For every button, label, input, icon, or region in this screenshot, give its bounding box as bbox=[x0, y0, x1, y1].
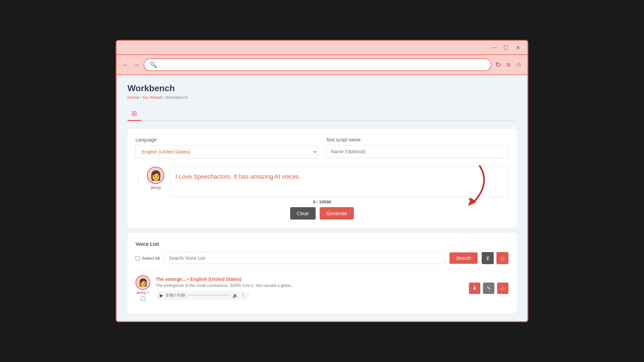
char-count: 0 bbox=[313, 199, 315, 204]
page-title: Workbench bbox=[127, 83, 517, 94]
form-section: Language: English (United States) Text s… bbox=[127, 129, 517, 228]
select-all-checkbox[interactable] bbox=[136, 256, 140, 260]
browser-window: — ☐ ✕ ← → 🔍 ↻ ≡ ☆ Workbench Home / Go Ah… bbox=[116, 40, 528, 322]
voice-item-desc: The emergence of the novel coronavirus, … bbox=[156, 283, 464, 288]
edit-icon: ✎ bbox=[487, 285, 491, 291]
char-counter: 0 / 10000 bbox=[313, 199, 331, 204]
avatar: 👩 bbox=[147, 167, 164, 184]
voice-item-avatar-circle: 👩 bbox=[136, 275, 150, 290]
select-all-text: Select All bbox=[142, 256, 160, 261]
play-button[interactable]: ▶ bbox=[160, 293, 163, 298]
search-button[interactable]: Search bbox=[449, 252, 478, 264]
voice-list-right-buttons: ⊻ ◇ bbox=[482, 252, 508, 264]
delete-button[interactable]: ◇ bbox=[497, 283, 508, 294]
back-button[interactable]: ← bbox=[122, 61, 129, 69]
tab-grid-icon[interactable]: ⊞ bbox=[127, 107, 141, 121]
filter-icon: ⊻ bbox=[486, 255, 490, 261]
minimize-button[interactable]: — bbox=[490, 44, 498, 52]
nav-bar: ← → 🔍 ↻ ≡ ☆ bbox=[117, 55, 527, 75]
search-input[interactable] bbox=[160, 62, 485, 68]
close-button[interactable]: ✕ bbox=[514, 44, 522, 52]
char-max: 10000 bbox=[319, 199, 331, 204]
voice-list-item: 👩 Jenny + The emerge... • English (Unite… bbox=[136, 271, 508, 305]
voice-list-title: Voice List bbox=[136, 241, 508, 247]
menu-button[interactable]: ≡ bbox=[506, 61, 511, 69]
clear-button[interactable]: Clear bbox=[290, 207, 316, 220]
language-group: Language: English (United States) bbox=[136, 137, 318, 159]
breadcrumb-goahead[interactable]: Go Ahead bbox=[143, 95, 162, 100]
edit-button[interactable]: ✎ bbox=[483, 283, 494, 294]
delete-all-button[interactable]: ◇ bbox=[496, 252, 508, 264]
drag-handle[interactable]: ⋮ bbox=[136, 177, 142, 184]
script-name-group: Text script name: bbox=[326, 137, 508, 158]
reload-button[interactable]: ↻ bbox=[495, 61, 501, 69]
delete-icon: ◇ bbox=[500, 255, 504, 261]
breadcrumb-current: Workbench bbox=[166, 95, 188, 100]
form-row-top: Language: English (United States) Text s… bbox=[136, 137, 508, 159]
jenny-icon: 👩 bbox=[150, 170, 162, 181]
select-all-label[interactable]: Select All bbox=[136, 256, 160, 261]
voice-item-actions: ⬇ ✎ ◇ bbox=[469, 283, 508, 294]
volume-icon[interactable]: 🔉 bbox=[232, 293, 238, 298]
script-name-label: Text script name: bbox=[326, 137, 508, 142]
language-label: Language: bbox=[136, 137, 318, 142]
voice-item-info: The emerge... • English (United States) … bbox=[156, 277, 464, 300]
script-name-input[interactable] bbox=[326, 145, 508, 158]
more-options-icon[interactable]: ⋮ bbox=[241, 293, 246, 298]
breadcrumb-sep1: / bbox=[140, 95, 143, 100]
title-bar: — ☐ ✕ bbox=[117, 41, 527, 55]
forward-button[interactable]: → bbox=[133, 61, 140, 69]
bookmark-button[interactable]: ☆ bbox=[516, 61, 522, 69]
action-buttons: Clear Generate bbox=[290, 207, 354, 220]
search-icon: 🔍 bbox=[150, 61, 157, 68]
voice-item-name: Jenny + bbox=[137, 291, 150, 295]
page-content: Workbench Home / Go Ahead / Workbench ⊞ bbox=[117, 75, 527, 321]
voice-avatar-jenny: 👩 Jenny bbox=[147, 167, 164, 190]
audio-player: ▶ 0:00 / 0:00 🔉 ⋮ bbox=[156, 291, 250, 300]
audio-progress-bar[interactable] bbox=[188, 295, 230, 296]
voice-item-avatar: 👩 Jenny + bbox=[136, 275, 150, 301]
voice-item-avatar-icon: 👩 bbox=[139, 278, 148, 287]
arrow-annotation bbox=[449, 163, 490, 218]
delete-icon: ◇ bbox=[501, 285, 505, 291]
breadcrumb-home[interactable]: Home bbox=[127, 95, 139, 100]
nav-right-icons: ↻ ≡ ☆ bbox=[495, 61, 522, 69]
audio-time: 0:00 / 0:00 bbox=[166, 293, 185, 298]
voice-item-title: The emerge... • English (United States) bbox=[156, 277, 464, 282]
voice-item-checkbox[interactable] bbox=[141, 297, 145, 301]
voice-list-section: Voice List Select All Search ⊻ ◇ bbox=[127, 233, 517, 313]
voice-list-controls: Select All Search ⊻ ◇ bbox=[136, 252, 508, 264]
maximize-button[interactable]: ☐ bbox=[502, 44, 510, 52]
filter-button[interactable]: ⊻ bbox=[482, 252, 494, 264]
download-icon: ⬇ bbox=[473, 285, 477, 291]
search-voice-input[interactable] bbox=[164, 252, 445, 264]
download-button[interactable]: ⬇ bbox=[469, 283, 480, 294]
tab-bar: ⊞ bbox=[127, 107, 517, 121]
avatar-name: Jenny bbox=[150, 185, 161, 190]
breadcrumb: Home / Go Ahead / Workbench bbox=[127, 95, 517, 100]
address-bar[interactable]: 🔍 bbox=[144, 58, 491, 71]
language-select[interactable]: English (United States) bbox=[136, 145, 318, 159]
generate-button[interactable]: Generate bbox=[320, 207, 354, 220]
